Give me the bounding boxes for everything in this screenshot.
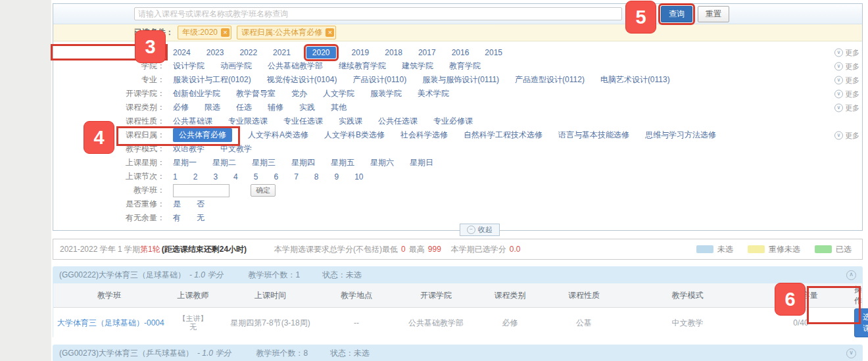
filter-option[interactable]: 公共基础教学部 — [268, 60, 323, 72]
filter-option[interactable]: 2022 — [239, 48, 257, 57]
filter-option[interactable]: 10 — [354, 172, 363, 181]
filter-option[interactable]: 6 — [274, 172, 278, 181]
filter-option[interactable]: 人文学院 — [323, 88, 354, 99]
filter-option[interactable]: 思维与学习方法选修 — [645, 130, 716, 141]
filter-option[interactable]: 是 — [173, 199, 181, 210]
filter-option[interactable]: 实践课 — [339, 116, 362, 127]
chevron-up-icon[interactable]: ∧ — [846, 270, 856, 280]
filter-option[interactable]: 产品设计(0110) — [352, 74, 406, 85]
class-name-link[interactable]: 大学体育三（足球基础）-0004 — [53, 308, 165, 339]
filter-option[interactable]: 实践 — [299, 102, 315, 113]
filter-row-2: 学院：设计学院动画学院公共基础教学部继续教育学院建筑学院教育学院∨更多 — [53, 59, 862, 73]
filter-option[interactable]: 自然科学工程技术选修 — [464, 130, 542, 141]
filter-option[interactable]: 2015 — [485, 48, 502, 57]
filter-option[interactable]: 限选 — [205, 102, 220, 113]
filter-option[interactable]: 双语教学 — [173, 143, 205, 155]
teaching-class-input[interactable] — [173, 184, 229, 197]
teacher-cell: 【主讲】无 — [165, 308, 221, 339]
filter-option[interactable]: 星期日 — [410, 157, 433, 168]
more-link[interactable]: ∨更多 — [834, 89, 859, 99]
reset-button[interactable]: 重置 — [698, 6, 729, 22]
filter-option[interactable]: 人文学科B类选修 — [324, 130, 385, 141]
filter-option[interactable]: 继续教育学院 — [339, 60, 386, 72]
filter-option[interactable]: 电脑艺术设计(0113) — [600, 74, 670, 85]
filter-option[interactable]: 星期六 — [370, 157, 394, 168]
filter-option[interactable]: 2021 — [273, 48, 291, 57]
more-link[interactable]: ∨更多 — [834, 47, 859, 57]
filter-option[interactable]: 社会科学选修 — [400, 130, 448, 141]
filter-option[interactable]: 8 — [314, 172, 319, 181]
credits-max-label: 最高 — [409, 244, 425, 255]
filter-option[interactable]: 2016 — [452, 48, 470, 57]
filter-option[interactable]: 中文教学 — [220, 143, 252, 155]
filter-option-selected[interactable]: 公共体育必修 — [173, 128, 232, 142]
filter-option[interactable]: 3 — [213, 172, 218, 181]
filter-options: 创新创业学院教学督导室党办人文学院服装学院美术学院 — [173, 88, 449, 99]
filter-option[interactable]: 视觉传达设计(0104) — [267, 74, 337, 85]
filter-option[interactable]: 动画学院 — [220, 60, 252, 72]
filter-option[interactable]: 5 — [254, 172, 258, 181]
filter-option[interactable]: 人文学科A类选修 — [248, 130, 308, 141]
more-link[interactable]: ∨更多 — [834, 75, 859, 85]
filter-option[interactable]: 星期二 — [212, 157, 236, 168]
credits-selected: 0.0 — [510, 245, 521, 254]
filter-option[interactable]: 党办 — [291, 88, 307, 99]
filter-option[interactable]: 专业限选课 — [228, 116, 268, 127]
filter-option[interactable]: 专业必修课 — [433, 116, 473, 127]
filter-option[interactable]: 任选 — [236, 102, 252, 113]
remove-tag-icon[interactable]: × — [326, 28, 334, 37]
filter-option[interactable]: 4 — [233, 172, 238, 181]
filter-option[interactable]: 服装与服饰设计(0111) — [422, 74, 499, 85]
filter-option[interactable]: 有 — [173, 212, 181, 224]
course-group-header[interactable]: (GG00273)大学体育三（乒乓球基础）- 1.0 学分教学班个数：8状态：未… — [53, 345, 863, 361]
filter-option[interactable]: 专业任选课 — [283, 116, 323, 127]
filter-option[interactable]: 辅修 — [268, 102, 283, 113]
chevron-down-icon: ∨ — [834, 131, 843, 139]
filter-option[interactable]: 2019 — [352, 48, 370, 57]
filter-option[interactable]: 无 — [197, 212, 205, 224]
filter-option[interactable]: 创新创业学院 — [173, 88, 220, 99]
filter-option[interactable]: 2024 — [173, 48, 191, 57]
filter-option[interactable]: 教育学院 — [449, 60, 481, 72]
filter-option[interactable]: 2023 — [206, 48, 224, 57]
legend-swatch — [748, 245, 765, 253]
group-code-title: (GG00222)大学体育三（足球基础） — [59, 270, 185, 281]
filter-option[interactable]: 2017 — [418, 48, 436, 57]
filter-option[interactable]: 美术学院 — [418, 88, 449, 99]
filter-option[interactable]: 星期三 — [252, 157, 276, 168]
filter-option[interactable]: 9 — [335, 172, 339, 181]
more-link[interactable]: ∨更多 — [834, 103, 859, 112]
remove-tag-icon[interactable]: × — [221, 28, 229, 37]
filter-option[interactable]: 其他 — [331, 102, 347, 113]
filter-option[interactable]: 星期五 — [331, 157, 354, 168]
filter-option[interactable]: 教学督导室 — [236, 88, 276, 99]
filter-option[interactable]: 设计学院 — [173, 60, 205, 72]
filter-option[interactable]: 2018 — [385, 48, 402, 57]
filter-option[interactable]: 语言与基本技能选修 — [558, 130, 629, 141]
filter-option[interactable]: 7 — [294, 172, 299, 181]
filter-option-selected[interactable]: 2020 — [306, 47, 336, 59]
select-course-button[interactable]: 选课 — [854, 308, 868, 337]
course-group-header[interactable]: (GG00222)大学体育三（足球基础）- 1.0 学分教学班个数：1状态：未选… — [53, 266, 863, 283]
filter-option[interactable]: 建筑学院 — [402, 60, 433, 72]
filter-option[interactable]: 2 — [193, 172, 198, 181]
filter-option[interactable]: 公共任选课 — [378, 116, 418, 127]
filter-option[interactable]: 服装学院 — [370, 88, 402, 99]
more-link[interactable]: ∨更多 — [834, 61, 859, 71]
filter-option[interactable]: 星期四 — [291, 157, 315, 168]
query-button[interactable]: 查询 — [661, 6, 692, 22]
search-input[interactable] — [134, 7, 622, 20]
filter-option[interactable]: 否 — [197, 199, 205, 210]
confirm-button[interactable]: 确定 — [251, 184, 276, 197]
filter-option[interactable]: 公共基础课 — [173, 116, 212, 127]
filter-option[interactable]: 服装设计与工程(0102) — [173, 74, 251, 85]
collapse-filters-tab[interactable]: − 收起 — [460, 224, 500, 236]
filter-option[interactable]: 必修 — [173, 102, 189, 113]
filter-option[interactable]: 1 — [173, 172, 178, 181]
chevron-down-icon[interactable]: ∨ — [846, 349, 856, 358]
more-link[interactable]: ∨更多 — [834, 130, 859, 140]
filter-option[interactable]: 产品造型设计(0112) — [515, 74, 585, 85]
filter-option[interactable]: 星期一 — [173, 157, 197, 168]
selection-countdown: (距选课结束还剩24小时) — [162, 244, 247, 255]
credit-requirements: 本学期选课要求总学分(不包括)最低 0 最高 999 本学期已选学分 0.0 — [274, 244, 523, 255]
